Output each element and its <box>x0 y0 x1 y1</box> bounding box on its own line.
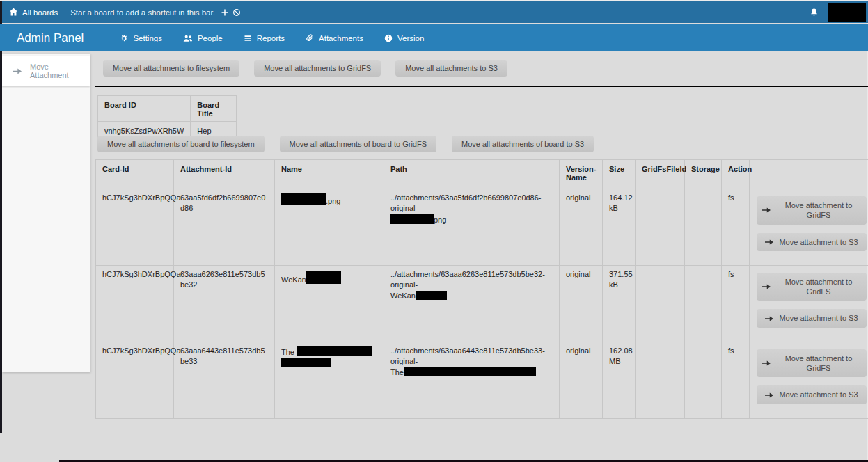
all-boards-label: All boards <box>22 8 58 17</box>
name-header: Name <box>275 160 384 189</box>
notifications-bell-icon[interactable] <box>810 8 819 17</box>
row-actions-cell: Move attachment to GridFS Move attachmen… <box>750 189 868 266</box>
row-actions-cell: Move attachment to GridFS Move attachmen… <box>750 342 868 418</box>
redacted-text <box>306 271 341 284</box>
size-cell: 164.12 kB <box>603 189 636 266</box>
divider <box>95 86 868 87</box>
path-header: Path <box>384 160 560 189</box>
action-cell: fs <box>722 342 750 418</box>
move-attachment-to-s3-button[interactable]: Move attachment to S3 <box>757 233 867 251</box>
redacted-text <box>281 358 331 367</box>
gridfsfileid-header: GridFsFileId <box>636 160 685 189</box>
tab-people[interactable]: People <box>183 34 223 42</box>
gridfsfileid-cell <box>636 265 685 342</box>
arrow-right-icon <box>762 207 771 214</box>
arrow-right-icon <box>765 239 773 246</box>
attachment-row: hCJ7kSg3hDXrBpQQa 63aa5fd6df2b6699807e0d… <box>96 189 868 266</box>
action-header: Action <box>722 160 750 189</box>
board-actions: Move all attachments of board to filesys… <box>97 136 594 152</box>
path-cell: ../attachments/63aa5fd6df2b6699807e0d86-… <box>384 189 560 266</box>
tab-reports-label: Reports <box>257 34 285 42</box>
admin-header: Admin Panel Settings People Reports Atta… <box>0 24 868 51</box>
attachment-id-cell: 63aa5fd6df2b6699807e0d86 <box>174 189 275 266</box>
size-cell: 162.08 MB <box>603 342 636 418</box>
board-id-header: Board ID <box>98 96 191 122</box>
attachment-id-cell: 63aaa6263e811e573db5be32 <box>174 265 275 342</box>
name-cell: The <box>275 342 384 418</box>
list-icon <box>244 34 252 42</box>
action-cell: fs <box>722 189 750 266</box>
row-actions-cell: Move attachment to GridFS Move attachmen… <box>750 265 868 342</box>
board-title-header: Board Title <box>191 96 237 122</box>
redacted-text <box>281 193 326 205</box>
move-board-to-gridfs-button[interactable]: Move all attachments of board to GridFS <box>280 136 436 152</box>
action-cell: fs <box>722 265 750 342</box>
top-bar: All boards Star a board to add a shortcu… <box>2 1 868 23</box>
sidebar-item-move-attachment[interactable]: Move Attachment <box>2 56 90 86</box>
version-name-cell: original <box>560 265 603 342</box>
move-shortcut-icon[interactable] <box>221 8 229 17</box>
storage-cell <box>685 189 722 266</box>
attachment-id-cell: 63aaa6443e811e573db5be33 <box>174 342 275 418</box>
move-attachment-to-gridfs-button[interactable]: Move attachment to GridFS <box>757 349 867 378</box>
arrow-right-icon <box>762 360 771 367</box>
tab-attachments[interactable]: Attachments <box>306 33 363 42</box>
move-all-to-s3-button[interactable]: Move all attachments to S3 <box>395 60 507 77</box>
move-all-to-gridfs-button[interactable]: Move all attachments to GridFS <box>254 60 381 77</box>
card-id-header: Card-Id <box>96 160 174 189</box>
move-attachment-to-gridfs-button[interactable]: Move attachment to GridFS <box>757 196 867 225</box>
arrow-right-icon <box>765 315 773 322</box>
size-header: Size <box>603 160 636 189</box>
redacted-text <box>416 291 447 300</box>
move-attachment-to-gridfs-button[interactable]: Move attachment to GridFS <box>757 273 867 301</box>
tab-settings[interactable]: Settings <box>120 34 162 42</box>
table-header-row: Board ID Board Title <box>98 96 237 122</box>
move-board-to-s3-button[interactable]: Move all attachments of board to S3 <box>452 136 594 152</box>
people-icon <box>183 34 193 42</box>
tab-reports[interactable]: Reports <box>244 34 285 42</box>
arrow-right-icon <box>765 392 773 399</box>
version-name-cell: original <box>560 189 603 266</box>
arrow-right-icon <box>762 283 771 290</box>
home-icon <box>9 8 18 17</box>
move-attachment-to-s3-button[interactable]: Move attachment to S3 <box>757 385 867 404</box>
board-summary-table: Board ID Board Title vnhg5KsZsdPwXRh5W H… <box>97 95 237 142</box>
storage-cell <box>685 342 722 418</box>
move-board-to-filesystem-button[interactable]: Move all attachments of board to filesys… <box>97 136 265 152</box>
name-cell: .png <box>275 189 384 266</box>
name-cell: WeKan <box>275 265 384 342</box>
gridfsfileid-cell <box>636 342 685 418</box>
move-attachment-to-s3-button[interactable]: Move attachment to S3 <box>757 309 867 327</box>
redacted-user-info <box>828 3 866 22</box>
gridfsfileid-cell <box>636 189 685 266</box>
size-cell: 371.55 kB <box>603 265 636 342</box>
redacted-text <box>390 214 434 224</box>
card-id-cell: hCJ7kSg3hDXrBpQQa <box>96 265 174 342</box>
sidebar-item-label: Move Attachment <box>30 63 84 79</box>
arrow-right-icon <box>13 67 22 75</box>
wekan-admin-panel-page: { "topbar": { "all_boards_label": "All b… <box>0 0 868 462</box>
all-boards-link[interactable]: All boards <box>9 8 58 17</box>
global-actions: Move all attachments to filesystem Move … <box>103 60 507 77</box>
attachments-header-row: Card-Id Attachment-Id Name Path Version-… <box>96 160 868 189</box>
card-id-cell: hCJ7kSg3hDXrBpQQa <box>96 189 174 266</box>
page-title: Admin Panel <box>17 31 84 45</box>
redacted-text <box>297 346 372 356</box>
attachment-row: hCJ7kSg3hDXrBpQQa 63aaa6443e811e573db5be… <box>96 342 868 418</box>
move-all-to-filesystem-button[interactable]: Move all attachments to filesystem <box>103 60 239 77</box>
version-name-cell: original <box>560 342 603 418</box>
info-icon <box>384 34 393 42</box>
buttons-header <box>750 160 868 189</box>
path-cell: ../attachments/63aaa6263e811e573db5be32-… <box>384 265 560 342</box>
storage-cell <box>685 265 722 342</box>
paperclip-icon <box>306 33 314 42</box>
gear-icon <box>120 34 128 42</box>
attachment-row: hCJ7kSg3hDXrBpQQa 63aaa6263e811e573db5be… <box>96 265 868 342</box>
attachments-table: Card-Id Attachment-Id Name Path Version-… <box>95 159 868 419</box>
path-cell: ../attachments/63aaa6443e811e573db5be33-… <box>384 342 560 418</box>
star-board-hint: Star a board to add a shortcut in this b… <box>70 8 215 17</box>
attachment-id-header: Attachment-Id <box>174 160 275 189</box>
ban-icon[interactable] <box>232 8 241 17</box>
tab-people-label: People <box>198 34 223 42</box>
tab-version[interactable]: Version <box>384 34 424 42</box>
